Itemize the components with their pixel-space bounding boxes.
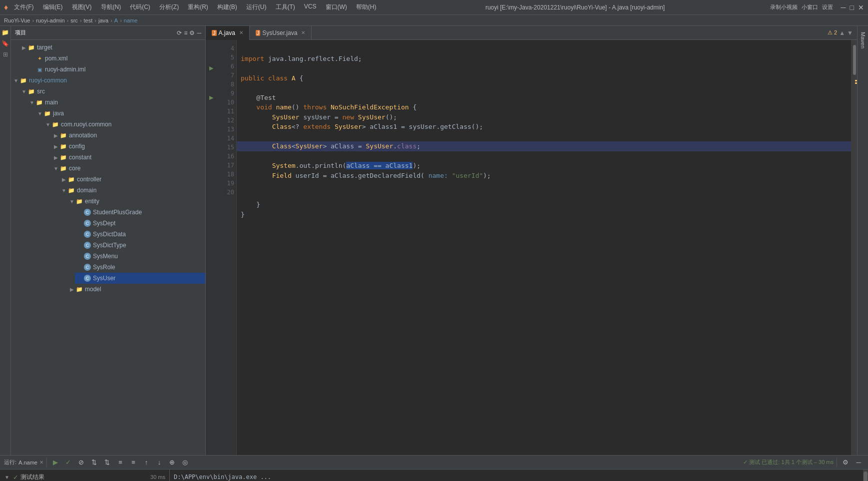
structure-icon[interactable]: ⊞ <box>1 50 10 59</box>
menu-item[interactable]: 导航(N) <box>97 2 125 12</box>
stop-btn[interactable]: ⊘ <box>76 457 87 468</box>
up-btn[interactable]: ↑ <box>141 457 152 468</box>
breadcrumb-item[interactable]: ruoyi-admin <box>36 17 64 23</box>
tree-item-sysdictdata[interactable]: C SysDictData <box>75 229 205 240</box>
scroll-down-btn[interactable]: ▼ <box>847 29 853 36</box>
gutter-cell <box>206 151 217 161</box>
menu-item[interactable]: 视图(V) <box>68 2 96 12</box>
folder-icon: 📁 <box>20 77 27 84</box>
pass-filter-btn[interactable]: ✓ <box>63 457 74 468</box>
minimize-btn[interactable]: ─ <box>841 3 846 11</box>
tree-item-sysuser[interactable]: C SysUser <box>75 273 205 284</box>
collapse-btn[interactable]: ≡ <box>128 457 139 468</box>
menu-item[interactable]: VCS <box>300 2 321 12</box>
down-btn[interactable]: ↓ <box>154 457 165 468</box>
tree-item-sysrole[interactable]: C SysRole <box>75 262 205 273</box>
tree-item-ruoyi-common[interactable]: ▼ 📁 ruoyi-common <box>11 75 205 86</box>
tree-item-constant[interactable]: ▶ 📁 constant <box>51 152 205 163</box>
menu-item[interactable]: 构建(B) <box>213 2 241 12</box>
test-output: D:\APP\env\bin\java.exe ... true 进程已结束,退… <box>170 470 863 481</box>
sidebar-hide-icon[interactable]: ─ <box>197 29 201 36</box>
gutter-cell <box>206 73 217 83</box>
tree-item-domain[interactable]: ▼ 📁 domain <box>59 185 205 196</box>
tree-item-main[interactable]: ▼ 📁 main <box>27 97 205 108</box>
expand-btn[interactable]: ≡ <box>115 457 126 468</box>
breadcrumb-item[interactable]: A <box>114 17 118 23</box>
tree-item-config[interactable]: ▶ 📁 config <box>51 141 205 152</box>
breadcrumb-item[interactable]: java <box>98 17 108 23</box>
tree-item-core[interactable]: ▼ 📁 core <box>51 163 205 174</box>
close-btn[interactable]: ✕ <box>858 3 864 11</box>
sort2-btn[interactable]: ⇅ <box>102 457 113 468</box>
menu-item[interactable]: 代码(C) <box>126 2 154 12</box>
gutter-cell <box>206 122 217 132</box>
run-btn[interactable]: ▶ <box>50 457 61 468</box>
run-close-btn[interactable]: ✕ <box>39 460 43 465</box>
tree-item-student[interactable]: C StudentPlusGrade <box>75 207 205 218</box>
widget-btn[interactable]: 小窗口 <box>802 3 818 11</box>
menu-item[interactable]: 运行(U) <box>242 2 271 12</box>
test-tree: ▼ ✓ 测试结果 30 ms ▼ ✓ A 30 ms ✓ name() 30 m… <box>0 470 170 481</box>
tree-arrow: ▶ <box>21 44 27 50</box>
gutter-cell <box>206 161 217 171</box>
breadcrumb-item[interactable]: RuoYi-Vue <box>4 17 30 23</box>
tab-sysuser-java[interactable]: J SysUser.java ✕ <box>250 26 312 40</box>
code-content[interactable]: import java.lang.reflect.Field; public c… <box>237 40 851 455</box>
settings-btn[interactable]: 设置 <box>822 3 833 11</box>
maximize-btn[interactable]: □ <box>850 3 854 11</box>
gutter-cell <box>206 141 217 151</box>
filter-btn[interactable]: ◎ <box>180 457 191 468</box>
tree-item-java[interactable]: ▼ 📁 java <box>35 108 205 119</box>
tab-close-btn[interactable]: ✕ <box>239 30 243 35</box>
tree-item-annotation[interactable]: ▶ 📁 annotation <box>51 130 205 141</box>
tree-item-pom[interactable]: ✦ pom.xml <box>27 53 205 64</box>
test-root-label: 测试结果 <box>20 473 44 481</box>
tab-close-btn[interactable]: ✕ <box>301 30 305 35</box>
add-btn[interactable]: ⊕ <box>167 457 178 468</box>
breadcrumb-item[interactable]: src <box>70 17 78 23</box>
tree-arrow: ▼ <box>29 99 35 105</box>
tree-item-controller[interactable]: ▶ 📁 controller <box>59 174 205 185</box>
menu-item[interactable]: 重构(R) <box>184 2 212 12</box>
tree-item-iml[interactable]: ▣ ruoyi-admin.iml <box>27 64 205 75</box>
tree-label: SysDictData <box>93 231 126 238</box>
tree-item-target[interactable]: ▶ 📁 target <box>19 42 205 53</box>
sidebar-settings-icon[interactable]: ⚙ <box>189 29 195 36</box>
test-result-root[interactable]: ▼ ✓ 测试结果 30 ms <box>2 472 167 481</box>
editor-area: J A.java ✕ J SysUser.java ✕ ⚠ 2 ▲ ▼ ▶ <box>206 26 857 455</box>
iml-icon: ▣ <box>36 66 43 73</box>
menu-item[interactable]: 窗口(W) <box>322 2 351 12</box>
menu-item[interactable]: 工具(T) <box>272 2 299 12</box>
scroll-up-btn[interactable]: ▲ <box>839 29 845 36</box>
settings-icon[interactable]: ⚙ <box>840 457 851 468</box>
sort-btn[interactable]: ⇅ <box>89 457 100 468</box>
bookmark-icon[interactable]: 🔖 <box>1 39 10 48</box>
recording-btn[interactable]: 录制小视频 <box>770 3 798 11</box>
tab-a-java[interactable]: J A.java ✕ <box>206 26 250 40</box>
tree-label: SysDept <box>93 220 115 227</box>
tree-item-sysmenu[interactable]: C SysMenu <box>75 251 205 262</box>
output-scrollbar[interactable] <box>863 470 868 481</box>
menu-item[interactable]: 分析(Z) <box>155 2 183 12</box>
tree-label: entity <box>85 198 99 205</box>
tree-item-sysdept[interactable]: C SysDept <box>75 218 205 229</box>
sidebar-collapse-icon[interactable]: ≡ <box>184 29 187 36</box>
folder-icon: 📁 <box>68 187 75 194</box>
menu-item[interactable]: 帮助(H) <box>352 2 381 12</box>
maven-tab[interactable]: Maven <box>858 28 868 52</box>
menu-item[interactable]: 编辑(E) <box>39 2 67 12</box>
sidebar-sync-icon[interactable]: ⟳ <box>177 29 182 36</box>
tree-item-src[interactable]: ▼ 📁 src <box>19 86 205 97</box>
project-icon[interactable]: 📁 <box>1 28 10 37</box>
breadcrumb-item[interactable]: name <box>124 17 138 23</box>
tree-item-entity[interactable]: ▼ 📁 entity <box>67 196 205 207</box>
hide-btn[interactable]: ─ <box>853 457 864 468</box>
tree-label: pom.xml <box>45 55 67 62</box>
editor-scrollbar[interactable] <box>851 40 857 455</box>
menu-item[interactable]: 文件(F) <box>10 2 37 12</box>
tree-item-com-ruoyi[interactable]: ▼ 📁 com.ruoyi.common <box>43 119 205 130</box>
tree-item-sysdicttype[interactable]: C SysDictType <box>75 240 205 251</box>
tree-item-model[interactable]: ▶ 📁 model <box>67 284 205 295</box>
tree-label: java <box>53 110 64 117</box>
breadcrumb-item[interactable]: test <box>84 17 93 23</box>
